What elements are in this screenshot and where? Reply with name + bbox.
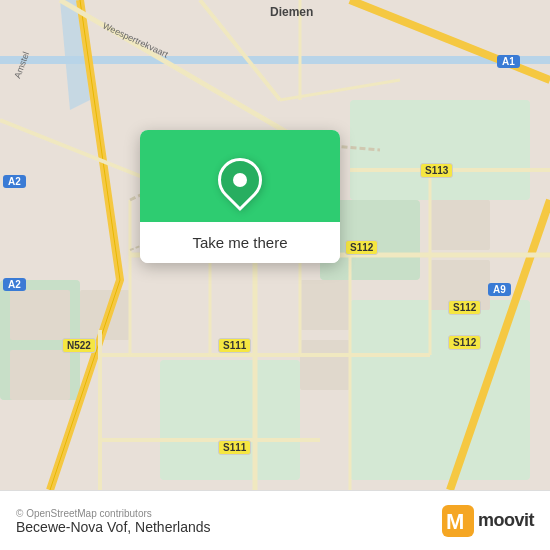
svg-rect-5 [160,360,300,480]
svg-rect-3 [350,100,530,200]
location-pin-icon [209,149,271,211]
location-name: Becewe-Nova Vof, Netherlands [16,519,211,535]
road-s112-farright: S112 [448,300,481,315]
highway-a2-bot: A2 [3,278,26,291]
highway-a1: A1 [497,55,520,68]
highway-a9: A9 [488,283,511,296]
svg-rect-6 [10,290,70,340]
copyright-text: © OpenStreetMap contributors [16,508,211,519]
moovit-text: moovit [478,510,534,531]
map-container: Diemen Amstel Weespertrekvaart A1 A2 A2 … [0,0,550,490]
road-s111-bot: S111 [218,440,251,455]
svg-text:M: M [446,509,464,534]
road-s111-mid: S111 [218,338,251,353]
road-s112-right: S112 [345,240,378,255]
moovit-logo: M moovit [442,505,534,537]
location-pin-dot [233,173,247,187]
road-label-diemen: Diemen [270,5,313,19]
svg-rect-9 [300,280,350,330]
svg-rect-11 [430,200,490,250]
take-me-there-button[interactable]: Take me there [140,222,340,263]
road-s112-bottom: S112 [448,335,481,350]
location-info: © OpenStreetMap contributors Becewe-Nova… [16,506,211,535]
svg-rect-8 [10,350,70,400]
road-n522: N522 [62,338,96,353]
bottom-bar: © OpenStreetMap contributors Becewe-Nova… [0,490,550,550]
moovit-icon: M [442,505,474,537]
popup-card: Take me there [140,130,340,263]
road-s113: S113 [420,163,453,178]
svg-rect-10 [300,340,350,390]
highway-a2-top: A2 [3,175,26,188]
popup-header [140,130,340,222]
